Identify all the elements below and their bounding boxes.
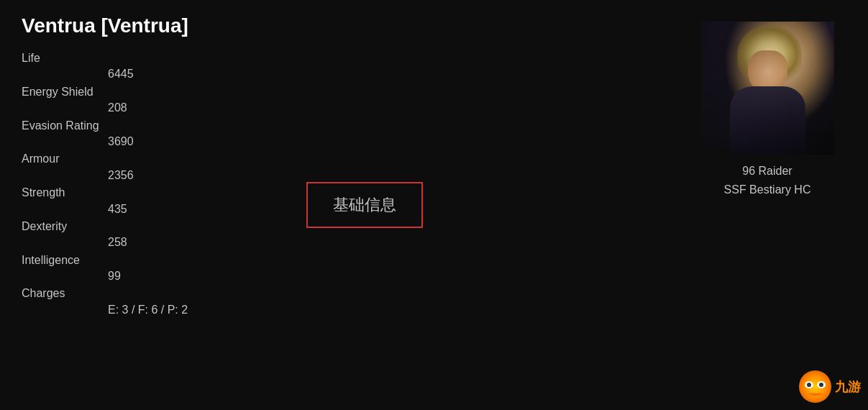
stat-row-energy-shield: Energy Shield 208 (22, 84, 688, 117)
logo-eye-right (817, 381, 826, 388)
evasion-value: 3690 (22, 134, 688, 150)
logo-eye-left (805, 381, 813, 388)
stat-row-life: Life 6445 (22, 50, 688, 83)
stat-row-charges: Charges E: 3 / F: 6 / P: 2 (22, 286, 688, 318)
jiuyou-text: 九游 (835, 378, 861, 396)
intelligence-label: Intelligence (22, 252, 688, 268)
character-portrait (701, 22, 834, 155)
dexterity-value: 258 (22, 234, 688, 250)
portrait-overlay (701, 22, 834, 155)
jiuyou-logo-icon (799, 370, 831, 403)
armour-value: 2356 (22, 168, 688, 183)
energy-shield-value: 208 (22, 100, 688, 116)
logo-mouth (809, 390, 822, 396)
charges-value: E: 3 / F: 6 / P: 2 (22, 302, 688, 318)
character-league: SSF Bestiary HC (724, 181, 811, 199)
life-value: 6445 (22, 66, 688, 82)
stat-row-evasion: Evasion Rating 3690 (22, 118, 688, 150)
energy-shield-label: Energy Shield (22, 84, 688, 100)
charges-label: Charges (22, 286, 688, 301)
info-box-label: 基础信息 (333, 196, 396, 214)
stat-row-intelligence: Intelligence 99 (22, 252, 688, 285)
stat-row-armour: Armour 2356 (22, 151, 688, 183)
character-name: Ventrua [Ventrua] (22, 14, 688, 37)
evasion-label: Evasion Rating (22, 118, 688, 134)
character-info: 96 Raider SSF Bestiary HC (724, 162, 811, 199)
life-label: Life (22, 50, 688, 66)
intelligence-value: 99 (22, 268, 688, 284)
armour-label: Armour (22, 151, 688, 167)
main-container: Ventrua [Ventrua] Life 6445 Energy Shiel… (0, 0, 868, 410)
info-box[interactable]: 基础信息 (306, 182, 423, 228)
right-panel: 96 Raider SSF Bestiary HC (688, 14, 846, 396)
bottom-logo-area: 九游 (799, 370, 861, 403)
center-overlay: 基础信息 (306, 182, 423, 228)
character-level-class: 96 Raider (724, 162, 811, 181)
